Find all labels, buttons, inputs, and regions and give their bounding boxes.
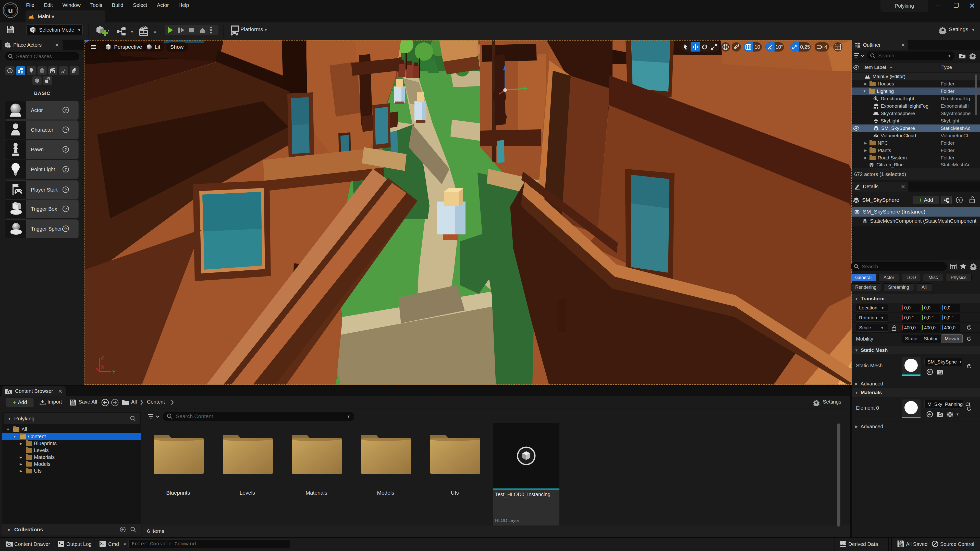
svg-text:▼: ▼ xyxy=(107,29,109,33)
svg-text:X: X xyxy=(101,364,105,370)
svg-text:?: ? xyxy=(65,127,67,132)
svg-text:Z: Z xyxy=(101,354,104,361)
svg-text:?: ? xyxy=(65,227,67,231)
svg-text:u: u xyxy=(8,6,13,15)
svg-text:?: ? xyxy=(65,167,67,171)
svg-text:?: ? xyxy=(65,187,67,192)
svg-text:Y: Y xyxy=(112,368,116,375)
svg-text:?: ? xyxy=(65,147,67,151)
svg-text:▼: ▼ xyxy=(153,30,157,35)
svg-text:?: ? xyxy=(65,206,67,211)
svg-text:?: ? xyxy=(958,198,961,202)
svg-text:▼: ▼ xyxy=(130,30,134,34)
svg-text:?: ? xyxy=(65,108,67,112)
